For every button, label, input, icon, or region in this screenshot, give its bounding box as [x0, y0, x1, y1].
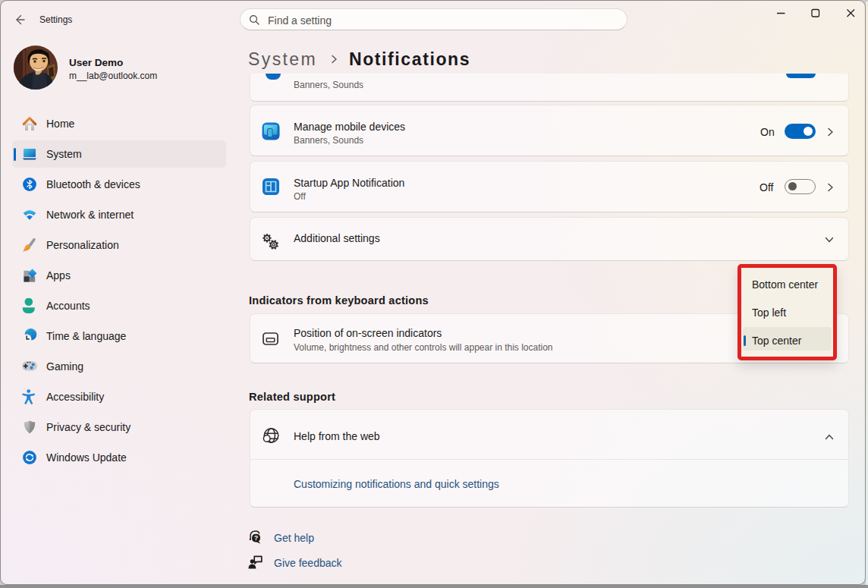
svg-text:?: ?: [254, 534, 259, 542]
